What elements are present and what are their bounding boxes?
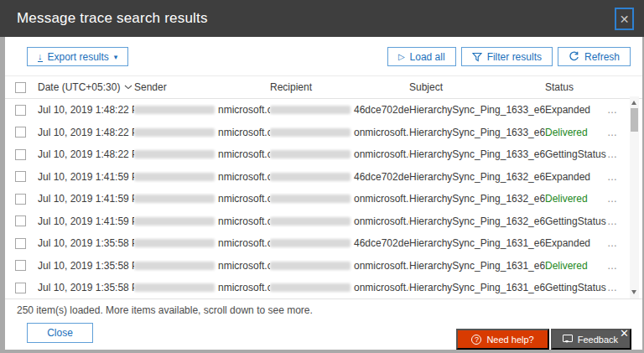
need-help-button[interactable]: ? Need help? <box>456 329 548 350</box>
feedback-label: Feedback <box>578 335 618 345</box>
feedback-bubble-icon <box>563 335 573 342</box>
sender-visible-text: nmicrosoft.c... <box>218 237 270 249</box>
sender-visible-text: nmicrosoft.c... <box>218 215 270 227</box>
recipient-visible-text: 46dce702de4... <box>354 171 409 183</box>
column-header-recipient[interactable]: Recipient <box>270 81 409 93</box>
row-checkbox[interactable] <box>15 127 26 138</box>
row-more-button[interactable]: … <box>607 237 624 249</box>
row-date: Jul 10, 2019 1:41:59 PM <box>38 171 134 183</box>
chevron-down-icon: ▾ <box>114 53 118 61</box>
close-button[interactable]: Close <box>27 323 93 343</box>
sender-visible-text: nmicrosoft.c... <box>218 127 270 138</box>
close-icon: ✕ <box>620 13 630 26</box>
scroll-down-arrow-icon[interactable] <box>631 290 636 294</box>
sender-visible-text: nmicrosoft.c... <box>218 148 270 160</box>
row-checkbox[interactable] <box>15 105 26 116</box>
table-row[interactable]: Jul 10, 2019 1:35:58 PM nmicrosoft.c... … <box>5 277 642 298</box>
row-status: Expanded <box>545 104 607 116</box>
row-more-button[interactable]: … <box>607 127 624 138</box>
row-sender: nmicrosoft.c... <box>134 127 270 138</box>
row-more-button[interactable]: … <box>607 215 624 227</box>
row-checkbox[interactable] <box>15 260 26 271</box>
row-recipient: onmicrosoft.... <box>270 193 409 205</box>
dialog-close-button[interactable]: ✕ <box>615 8 634 30</box>
row-recipient: onmicrosoft.c... <box>270 148 409 160</box>
row-subject: HierarchySync_Ping_1631_e63f675a-e... <box>409 260 545 272</box>
column-header-sender[interactable]: Sender <box>134 81 270 93</box>
table-row[interactable]: Jul 10, 2019 1:48:22 PM nmicrosoft.c... … <box>5 122 642 144</box>
scrollbar-thumb[interactable] <box>631 108 638 132</box>
dialog-titlebar: Message trace search results ✕ <box>0 0 644 37</box>
play-icon: ▷ <box>398 53 405 61</box>
table-body: Jul 10, 2019 1:48:22 PM nmicrosoft.c... … <box>5 99 642 298</box>
column-header-date[interactable]: Date (UTC+05:30) <box>38 81 134 93</box>
row-sender: nmicrosoft.c... <box>134 148 270 160</box>
table-row[interactable]: Jul 10, 2019 1:41:59 PM nmicrosoft.c... … <box>5 210 642 233</box>
column-header-status[interactable]: Status <box>545 81 607 93</box>
filter-results-button[interactable]: Filter results <box>461 47 553 66</box>
row-subject: HierarchySync_Ping_1632_e63f675a-e... <box>409 193 545 205</box>
table-row[interactable]: Jul 10, 2019 1:48:22 PM nmicrosoft.c... … <box>5 143 642 166</box>
help-bar: ? Need help? Feedback <box>456 329 631 350</box>
sender-visible-text: nmicrosoft.c... <box>218 171 270 183</box>
row-checkbox[interactable] <box>15 238 26 249</box>
recipient-visible-text: onmicrosoft.c... <box>354 215 409 227</box>
sender-redacted-blur <box>134 173 215 181</box>
sender-redacted-blur <box>134 195 215 203</box>
row-subject: HierarchySync_Ping_1631_e63f675a-e... <box>409 282 545 293</box>
row-more-button[interactable]: … <box>607 260 624 272</box>
export-results-label: Export results <box>48 51 109 63</box>
recipient-redacted-blur <box>270 195 351 203</box>
sender-visible-text: nmicrosoft.c... <box>218 104 270 116</box>
refresh-label: Refresh <box>584 51 620 63</box>
row-recipient: 46dce702de4... <box>270 237 409 249</box>
recipient-redacted-blur <box>270 173 351 181</box>
table-row[interactable]: Jul 10, 2019 1:41:59 PM nmicrosoft.c... … <box>5 188 642 210</box>
recipient-visible-text: onmicrosoft.c... <box>354 282 409 293</box>
row-more-button[interactable]: … <box>607 104 624 116</box>
row-more-button[interactable]: … <box>607 193 624 205</box>
row-date: Jul 10, 2019 1:35:58 PM <box>38 260 134 272</box>
table-row[interactable]: Jul 10, 2019 1:35:58 PM nmicrosoft.c... … <box>5 232 642 255</box>
row-checkbox[interactable] <box>15 194 26 205</box>
table-row[interactable]: Jul 10, 2019 1:48:22 PM nmicrosoft.c... … <box>5 99 642 122</box>
row-checkbox[interactable] <box>15 171 26 182</box>
export-results-button[interactable]: ↓ Export results ▾ <box>27 47 128 66</box>
row-more-button[interactable]: … <box>607 148 624 160</box>
row-sender: nmicrosoft.c... <box>134 104 270 116</box>
table-scrollbar[interactable] <box>630 96 639 298</box>
items-loaded-status: 250 item(s) loaded. More items available… <box>17 304 313 316</box>
message-trace-dialog: Message trace search results ✕ ↓ Export … <box>0 0 644 353</box>
row-sender: nmicrosoft.c... <box>134 237 270 249</box>
row-sender: nmicrosoft.c... <box>134 282 270 293</box>
dialog-title: Message trace search results <box>17 10 208 27</box>
row-date: Jul 10, 2019 1:41:59 PM <box>38 193 134 205</box>
table-row[interactable]: Jul 10, 2019 1:41:59 PM nmicrosoft.c... … <box>5 166 642 189</box>
row-date: Jul 10, 2019 1:41:59 PM <box>38 215 134 227</box>
load-all-button[interactable]: ▷ Load all <box>387 47 456 66</box>
row-checkbox[interactable] <box>15 149 26 160</box>
select-all-checkbox[interactable] <box>15 82 26 93</box>
row-checkbox[interactable] <box>15 283 26 293</box>
row-more-button[interactable]: … <box>607 282 624 293</box>
row-status: Expanded <box>545 237 607 249</box>
table-row[interactable]: Jul 10, 2019 1:35:58 PM nmicrosoft.c... … <box>5 255 642 278</box>
sender-redacted-blur <box>134 106 215 114</box>
scroll-up-arrow-icon[interactable] <box>631 101 636 105</box>
row-more-button[interactable]: … <box>607 171 624 183</box>
row-recipient: 46dce702de4... <box>270 171 409 183</box>
row-status: Delivered <box>545 260 607 272</box>
row-status: Expanded <box>545 171 607 183</box>
column-header-subject[interactable]: Subject <box>409 81 545 93</box>
refresh-button[interactable]: Refresh <box>558 47 631 66</box>
row-status: Delivered <box>545 193 607 205</box>
footer-divider <box>5 298 642 299</box>
row-status: GettingStatus <box>545 282 607 293</box>
recipient-redacted-blur <box>270 217 351 226</box>
help-bar-close-icon[interactable]: ✕ <box>620 328 629 339</box>
row-recipient: onmicrosoft.c... <box>270 282 409 293</box>
recipient-redacted-blur <box>270 239 351 247</box>
row-checkbox[interactable] <box>15 215 26 226</box>
row-recipient: onmicrosoft.... <box>270 127 409 138</box>
row-date: Jul 10, 2019 1:35:58 PM <box>38 237 134 249</box>
